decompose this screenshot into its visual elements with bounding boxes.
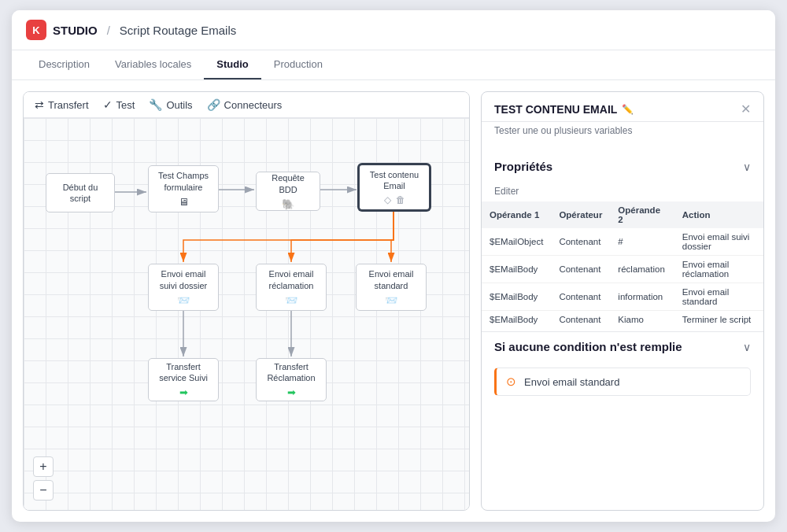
- panel-edit-icon[interactable]: ✏️: [622, 104, 634, 115]
- outils-icon: 🔧: [149, 98, 162, 111]
- section-no-condition-chevron: ∨: [743, 341, 751, 353]
- kiamo-logo: K: [26, 20, 46, 40]
- page-title: Script Routage Emails: [120, 24, 236, 37]
- studio-label: STUDIO: [53, 24, 98, 37]
- test-label: Test: [116, 99, 135, 111]
- node-envoi-reclamation-icon: 📨: [285, 294, 297, 306]
- tab-variables[interactable]: Variables locales: [102, 50, 204, 79]
- table-row[interactable]: $EMailBody Contenant information Envoi e…: [482, 283, 763, 311]
- connecteurs-icon: 🔗: [207, 98, 220, 111]
- node-test-contenu[interactable]: Test contenu Email ◇ 🗑: [358, 164, 430, 211]
- panel-header: TEST CONTENU EMAIL ✏️ ✕: [482, 92, 763, 122]
- outils-button[interactable]: 🔧 Outils: [149, 98, 192, 111]
- table-row[interactable]: $EMailBody Contenant Kiamo Terminer le s…: [482, 311, 763, 329]
- panel-header-area: TEST CONTENU EMAIL ✏️ ✕ Tester une ou pl…: [482, 92, 763, 144]
- row0-action: Envoi email suivi dossier: [674, 228, 763, 256]
- outils-label: Outils: [166, 99, 192, 111]
- row3-op1: $EMailBody: [482, 311, 551, 329]
- node-envoi-reclamation[interactable]: Envoi email réclamation 📨: [256, 264, 327, 311]
- props-edit-row: Editer: [482, 181, 763, 201]
- node-transfert-reclamation-icon: ➡: [287, 386, 296, 398]
- main-content: ⇄ Transfert ✓ Test 🔧 Outils 🔗 Connecteur…: [12, 80, 775, 522]
- row1-op2: réclamation: [610, 256, 674, 283]
- tab-description[interactable]: Description: [26, 50, 102, 79]
- transfert-icon: ⇄: [35, 98, 44, 111]
- node-requete-bdd-label: Requête BDD: [263, 172, 313, 195]
- row2-op2: information: [610, 283, 674, 311]
- node-start[interactable]: Début du script: [46, 173, 115, 212]
- node-envoi-suivi-icon: 📨: [177, 294, 190, 306]
- col-op2: Opérande 2: [610, 201, 674, 228]
- row0-op1: $EMailObject: [482, 228, 551, 256]
- col-op1: Opérande 1: [482, 201, 551, 228]
- section-proprietes-header[interactable]: Propriétés ∨: [482, 152, 763, 181]
- node-test-champs-label: Test Champs formulaire: [155, 170, 212, 193]
- app-container: K STUDIO / Script Routage Emails Descrip…: [12, 10, 775, 522]
- row0-operateur: Contenant: [551, 228, 610, 256]
- right-panel: TEST CONTENU EMAIL ✏️ ✕ Tester une ou pl…: [481, 91, 764, 511]
- node-test-contenu-icon2: 🗑: [396, 194, 405, 205]
- header-separator: /: [107, 24, 110, 37]
- col-operateur: Opérateur: [551, 201, 610, 228]
- node-test-champs[interactable]: Test Champs formulaire 🖥: [148, 165, 219, 212]
- row1-action: Envoi email réclamation: [674, 256, 763, 283]
- transfert-label: Transfert: [48, 99, 89, 111]
- connecteurs-label: Connecteurs: [224, 99, 283, 111]
- node-transfert-suivi[interactable]: Transfert service Suivi ➡: [148, 358, 219, 401]
- node-envoi-reclamation-label: Envoi email réclamation: [263, 268, 320, 291]
- test-button[interactable]: ✓ Test: [103, 98, 135, 111]
- section-proprietes-chevron: ∨: [743, 161, 751, 173]
- transfert-button[interactable]: ⇄ Transfert: [35, 98, 89, 111]
- section-no-condition-header[interactable]: Si aucune condition n'est remplie ∨: [482, 332, 763, 361]
- default-action-row[interactable]: ⊙ Envoi email standard: [494, 368, 751, 396]
- node-transfert-reclamation-label: Transfert Réclamation: [263, 361, 320, 384]
- row2-op1: $EMailBody: [482, 283, 551, 311]
- node-requete-bdd[interactable]: Requête BDD 🐘: [256, 172, 320, 211]
- table-row[interactable]: $EMailBody Contenant réclamation Envoi e…: [482, 256, 763, 283]
- row2-action: Envoi email standard: [674, 283, 763, 311]
- tab-studio[interactable]: Studio: [204, 50, 260, 79]
- test-icon: ✓: [103, 98, 113, 111]
- section-no-condition-title: Si aucune condition n'est remplie: [494, 340, 682, 353]
- properties-table: Opérande 1 Opérateur Opérande 2 Action $…: [482, 201, 763, 328]
- connecteurs-button[interactable]: 🔗 Connecteurs: [207, 98, 283, 111]
- default-action-icon: ⊙: [506, 375, 516, 389]
- node-test-contenu-label: Test contenu Email: [366, 169, 423, 192]
- no-condition-section: Si aucune condition n'est remplie ∨ ⊙ En…: [482, 331, 763, 396]
- node-envoi-standard-label: Envoi email standard: [363, 268, 419, 291]
- default-action-text: Envoi email standard: [524, 376, 619, 388]
- col-action: Action: [674, 201, 763, 228]
- row0-op2: #: [610, 228, 674, 256]
- app-header: K STUDIO / Script Routage Emails: [12, 10, 775, 50]
- canvas-panel: ⇄ Transfert ✓ Test 🔧 Outils 🔗 Connecteur…: [23, 91, 470, 511]
- node-envoi-standard[interactable]: Envoi email standard 📨: [356, 264, 427, 311]
- node-transfert-reclamation[interactable]: Transfert Réclamation ➡: [256, 358, 327, 401]
- canvas-area[interactable]: Début du script Test Champs formulaire 🖥…: [24, 118, 469, 510]
- row1-op1: $EMailBody: [482, 256, 551, 283]
- row3-op2: Kiamo: [610, 311, 674, 329]
- node-envoi-suivi-label: Envoi email suivi dossier: [155, 268, 212, 291]
- zoom-controls: + −: [33, 456, 54, 501]
- section-proprietes-title: Propriétés: [494, 160, 552, 173]
- node-envoi-suivi[interactable]: Envoi email suivi dossier 📨: [148, 264, 219, 311]
- row3-operateur: Contenant: [551, 311, 610, 329]
- canvas-toolbar: ⇄ Transfert ✓ Test 🔧 Outils 🔗 Connecteur…: [24, 92, 469, 118]
- node-transfert-suivi-label: Transfert service Suivi: [155, 361, 212, 384]
- node-requete-bdd-icon: 🐘: [282, 198, 294, 210]
- row1-operateur: Contenant: [551, 256, 610, 283]
- panel-title: TEST CONTENU EMAIL ✏️: [494, 103, 634, 116]
- zoom-out-button[interactable]: −: [33, 480, 54, 501]
- row3-action: Terminer le script: [674, 311, 763, 329]
- panel-title-text: TEST CONTENU EMAIL: [494, 103, 617, 116]
- node-envoi-standard-icon: 📨: [385, 294, 397, 306]
- row2-operateur: Contenant: [551, 283, 610, 311]
- tab-production[interactable]: Production: [261, 50, 335, 79]
- node-start-label: Début du script: [53, 182, 108, 205]
- tabs-bar: Description Variables locales Studio Pro…: [12, 50, 775, 80]
- table-row[interactable]: $EMailObject Contenant # Envoi email sui…: [482, 228, 763, 256]
- node-test-champs-icon: 🖥: [179, 196, 189, 208]
- node-test-contenu-icon1: ◇: [384, 194, 391, 205]
- panel-subtitle: Tester une ou plusieurs variables: [482, 122, 763, 144]
- panel-close-button[interactable]: ✕: [741, 102, 751, 116]
- zoom-in-button[interactable]: +: [33, 456, 54, 477]
